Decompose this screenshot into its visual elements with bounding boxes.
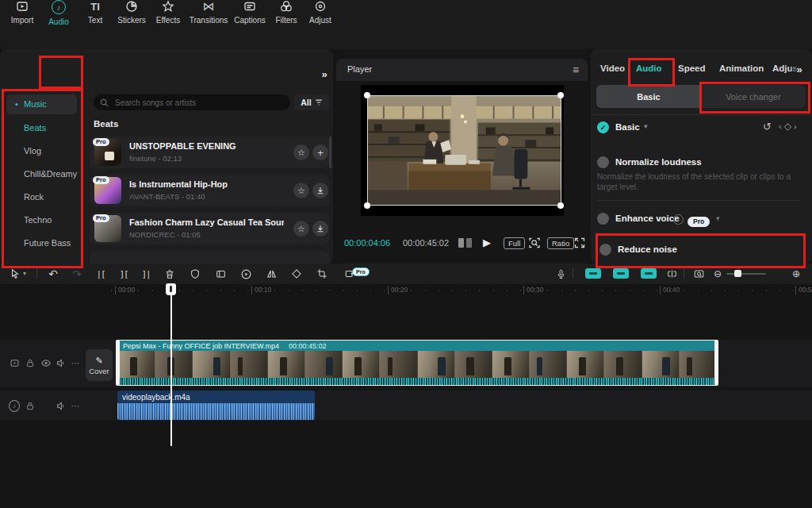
tab-filters[interactable]: Filters xyxy=(268,0,304,25)
keyframe-next-icon[interactable]: › xyxy=(794,121,797,131)
sidebar-item-vlog[interactable]: Vlog xyxy=(0,140,82,161)
search-box[interactable] xyxy=(94,94,290,110)
selection-handle[interactable] xyxy=(364,92,370,98)
player-menu-icon[interactable]: ≡ xyxy=(569,64,582,76)
selection-handle[interactable] xyxy=(557,202,564,209)
sidebar-item-future-bass[interactable]: Future Bass xyxy=(0,233,82,253)
keyframe-prev-icon[interactable]: ‹ xyxy=(779,121,782,131)
favorite-button[interactable]: ☆ xyxy=(293,144,309,160)
filter-all-button[interactable]: All xyxy=(294,94,329,110)
tab-audio-inspector[interactable]: Audio xyxy=(636,64,662,73)
music-list-item[interactable]: Pro Fashion Charm Lazy Casual Tea Sound … xyxy=(90,213,330,244)
subtab-voice-changer[interactable]: Voice changer xyxy=(701,85,806,108)
music-list-item[interactable]: Pro Is Instrumental Hip-Hop AVANT-BEATS … xyxy=(90,175,330,206)
zoom-in-button[interactable]: ⊕ xyxy=(790,267,802,280)
tab-adjust[interactable]: Adjust xyxy=(304,0,336,25)
reset-icon[interactable]: ↺ xyxy=(763,121,772,133)
sidebar-item-beats[interactable]: Beats xyxy=(0,117,82,138)
select-tool[interactable] xyxy=(8,267,22,281)
favorite-button[interactable]: ☆ xyxy=(293,221,309,237)
lock-icon[interactable] xyxy=(25,357,36,368)
music-list-item[interactable]: Pro UNSTOPPABLE EVENING finetune - 02:13… xyxy=(90,137,330,168)
split-left-button[interactable]: |[ xyxy=(94,267,108,280)
cover-button[interactable]: ✎ Cover xyxy=(86,349,113,381)
split-button[interactable]: ][ xyxy=(117,267,131,280)
sidebar-item-music[interactable]: • Music xyxy=(0,94,82,114)
selection-handle[interactable] xyxy=(364,202,370,209)
lock-icon[interactable] xyxy=(25,400,36,411)
zoom-fit-button[interactable] xyxy=(527,236,541,249)
basic-section-check-icon[interactable]: ✓ xyxy=(597,121,609,133)
rotate-button[interactable] xyxy=(289,267,304,281)
basic-section-caret-icon[interactable]: ▾ xyxy=(644,122,648,130)
zoom-slider-knob[interactable] xyxy=(734,270,741,277)
more-icon[interactable]: ⋯ xyxy=(70,400,81,411)
search-input[interactable] xyxy=(113,98,275,108)
normalize-loudness-toggle[interactable] xyxy=(597,156,609,168)
ratio-button[interactable]: Ratio xyxy=(547,237,574,249)
record-voiceover-button[interactable] xyxy=(553,267,568,281)
add-to-timeline-button[interactable]: + xyxy=(312,144,328,160)
tab-stickers[interactable]: Stickers xyxy=(113,0,150,25)
linkage-toggle[interactable] xyxy=(641,268,657,279)
frame-compare-icon[interactable] xyxy=(458,238,472,248)
tab-transitions[interactable]: ⋈ Transitions xyxy=(188,0,229,25)
undo-button[interactable]: ↶ xyxy=(46,267,60,281)
enhance-voice-toggle[interactable] xyxy=(597,213,609,225)
selection-handle[interactable] xyxy=(557,92,564,98)
download-button[interactable] xyxy=(312,183,328,198)
favorite-button[interactable]: ☆ xyxy=(293,183,309,198)
expand-inspector-tabs-button[interactable]: » xyxy=(790,63,809,75)
download-button[interactable] xyxy=(312,221,328,237)
auto-preview-toggle[interactable] xyxy=(613,268,629,279)
zoom-out-button[interactable]: ⊖ xyxy=(711,267,724,280)
eye-icon[interactable] xyxy=(40,357,52,368)
fullscreen-button[interactable] xyxy=(573,237,585,248)
tab-speed[interactable]: Speed xyxy=(678,64,706,73)
main-track-magnet-toggle[interactable] xyxy=(585,268,601,279)
mirror-button[interactable] xyxy=(264,267,278,281)
sidebar-item-rock[interactable]: Rock xyxy=(0,187,82,207)
clip-trim-handle-left[interactable] xyxy=(116,340,120,386)
play-button[interactable]: ▶ xyxy=(481,236,493,248)
tab-text[interactable]: TI Text xyxy=(77,0,113,25)
redo-button[interactable]: ↷ xyxy=(70,267,84,281)
tab-video[interactable]: Video xyxy=(600,64,625,73)
playhead-handle[interactable] xyxy=(166,283,176,295)
playhead-line[interactable] xyxy=(170,284,172,446)
speaker-icon[interactable] xyxy=(56,400,67,411)
audio-clip[interactable]: videoplayback.m4a xyxy=(117,391,315,420)
crop-button[interactable] xyxy=(315,267,329,281)
reduce-noise-toggle[interactable] xyxy=(599,244,611,256)
sidebar-item-techno[interactable]: Techno xyxy=(0,210,82,230)
video-clip[interactable]: Pepsi Max - Funny OFFICE job INTERVIEW.m… xyxy=(117,340,718,386)
enhance-caret-icon[interactable]: ▾ xyxy=(716,214,720,222)
zoom-slider[interactable] xyxy=(726,273,766,275)
tab-import[interactable]: Import xyxy=(4,0,40,25)
keyframe-diamond-icon[interactable]: ◇ xyxy=(784,121,791,132)
clip-trim-handle-right[interactable] xyxy=(714,340,718,386)
play-icon: ▶ xyxy=(483,237,491,248)
speed-button[interactable] xyxy=(239,267,253,281)
video-preview[interactable] xyxy=(367,95,561,206)
mask-button[interactable] xyxy=(188,267,202,281)
more-icon[interactable]: ⋯ xyxy=(70,357,81,368)
split-right-button[interactable]: ]| xyxy=(139,267,153,280)
subtab-basic[interactable]: Basic xyxy=(596,85,701,108)
tab-audio[interactable]: ♪ Audio xyxy=(40,0,77,26)
preview-axis-button[interactable] xyxy=(691,267,706,281)
full-button[interactable]: Full xyxy=(504,237,525,249)
tab-effects[interactable]: Effects xyxy=(150,0,186,25)
delete-button[interactable] xyxy=(163,267,177,281)
list-scrollbar[interactable] xyxy=(329,137,331,168)
tab-animation[interactable]: Animation xyxy=(719,64,764,73)
select-tool-caret-icon[interactable]: ▾ xyxy=(23,270,26,277)
expand-tabs-button[interactable]: » xyxy=(316,67,333,81)
freeze-frame-button[interactable] xyxy=(213,267,228,281)
speaker-icon[interactable] xyxy=(56,357,67,368)
inspector-panel xyxy=(591,49,812,264)
tab-captions[interactable]: Captions xyxy=(232,0,268,25)
split-clip-button[interactable] xyxy=(665,267,679,281)
shield-icon xyxy=(190,268,201,279)
sidebar-item-chill-dreamy[interactable]: Chill&Dreamy xyxy=(0,164,82,184)
